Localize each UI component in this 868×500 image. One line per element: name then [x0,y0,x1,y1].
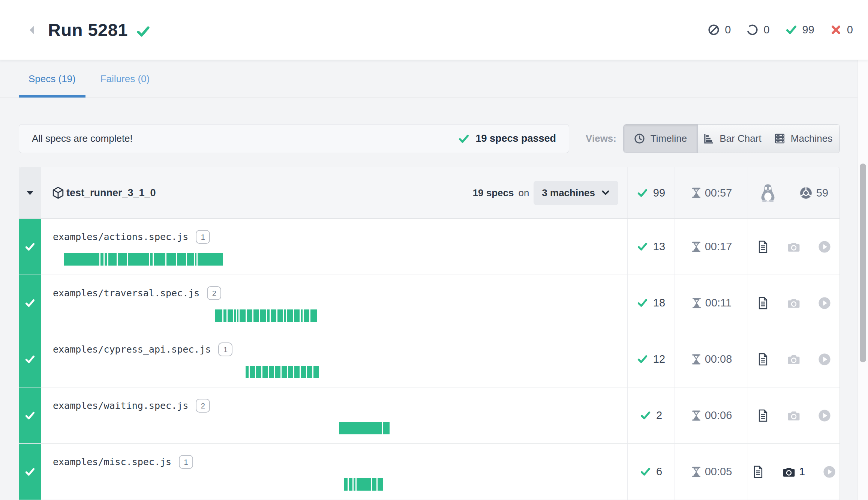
stdout-button[interactable] [757,409,769,422]
tab-bar: Specs (19) Failures (0) [0,60,868,98]
spec-filename: examples/cypress_api.spec.js [53,344,211,355]
check-icon [637,297,648,308]
stdout-button[interactable] [757,353,769,366]
check-icon [25,467,35,477]
spec-duration-cell: 00:11 [675,275,748,331]
group-duration: 00:57 [705,187,732,199]
bar-chart-view-button[interactable]: Bar Chart [697,125,767,153]
skipped-icon [708,24,720,36]
video-button[interactable] [818,409,831,422]
spec-artifacts-cell: 1 [748,444,840,500]
play-icon [818,409,831,422]
passed-icon [786,24,797,36]
play-icon [818,240,831,253]
check-icon [25,242,35,252]
video-button[interactable] [818,353,831,366]
screenshots-button[interactable] [787,297,800,309]
chevron-down-icon [601,188,610,197]
camera-icon [787,297,800,309]
spec-row: examples/waiting.spec.js 2 2 00:06 [19,387,840,444]
machine-badge: 2 [207,286,221,300]
spec-passed-count: 12 [653,353,665,365]
spec-row: examples/actions.spec.js 1 13 00:17 [19,219,840,275]
tab-failures[interactable]: Failures (0) [91,60,159,98]
camera-icon [787,240,800,253]
stdout-button[interactable] [757,240,769,253]
spec-status-gutter [19,331,41,387]
stdout-button[interactable] [752,465,765,478]
play-icon [818,297,831,309]
screenshots-button[interactable]: 1 [783,465,805,478]
spec-timeline [339,422,390,434]
back-chevron-icon[interactable] [25,24,38,36]
spec-filename: examples/waiting.spec.js [53,400,188,411]
video-button[interactable] [818,297,831,309]
group-browser-cell: 59 [788,167,840,218]
run-passed-check-icon [136,24,150,39]
check-icon [640,410,651,421]
spec-passed-count: 13 [653,240,665,253]
spec-passed-cell: 13 [627,219,675,275]
spec-row: examples/traversal.spec.js 2 18 00:11 [19,275,840,331]
spec-duration: 00:17 [705,240,732,253]
bar-chart-view-label: Bar Chart [720,133,761,144]
screenshots-button[interactable] [787,409,800,422]
video-button[interactable] [823,465,836,478]
spec-passed-cell: 12 [627,331,675,387]
hourglass-icon [691,241,702,252]
machines-dropdown-label: 3 machines [542,187,595,199]
spec-duration-cell: 00:06 [675,387,748,443]
machine-badge: 1 [196,230,210,244]
linux-icon [760,183,776,202]
screenshot-count: 1 [799,465,805,478]
failed-count: 0 [847,24,853,36]
scrollbar-thumb[interactable] [860,164,866,362]
document-icon [757,409,769,422]
document-icon [757,297,769,309]
spec-filename: examples/traversal.spec.js [53,288,199,299]
spec-passed-cell: 6 [627,444,675,500]
banner-passed-label: 19 specs passed [475,133,556,144]
stdout-button[interactable] [757,297,769,309]
check-icon [458,133,469,144]
spec-filename: examples/misc.spec.js [53,456,171,467]
tab-specs[interactable]: Specs (19) [19,60,85,98]
check-icon [637,354,648,365]
group-collapse-toggle[interactable] [19,167,41,218]
machines-dropdown[interactable]: 3 machines [534,181,618,205]
hourglass-icon [691,466,702,477]
skipped-count: 0 [725,24,731,36]
group-specs-count: 19 specs [473,187,514,199]
screenshots-button[interactable] [787,353,800,366]
machine-badge: 1 [179,455,193,469]
check-icon [25,298,35,308]
timeline-view-button[interactable]: Timeline [624,125,697,153]
spec-passed-count: 6 [656,465,662,478]
group-passed-count: 99 [653,187,665,199]
spec-artifacts-cell [748,331,840,387]
spec-passed-cell: 18 [627,275,675,331]
machine-badge: 1 [218,342,232,356]
hourglass-icon [691,297,702,309]
hourglass-icon [691,187,702,198]
check-icon [640,466,651,477]
machines-view-button[interactable]: Machines [767,125,840,153]
pending-icon [747,24,758,36]
clock-icon [634,133,645,144]
document-icon [757,240,769,253]
spec-artifacts-cell [748,387,840,443]
video-button[interactable] [818,240,831,253]
page-scrollbar [858,60,868,500]
complete-banner: All specs are complete! 19 specs passed [19,124,569,153]
spec-artifacts-cell [748,219,840,275]
spec-cell: examples/misc.spec.js 1 [41,444,627,500]
machines-view-label: Machines [791,133,832,144]
cube-icon [52,186,64,199]
screenshots-button[interactable] [787,240,800,253]
play-icon [823,465,836,478]
browser-version: 59 [816,187,828,199]
play-icon [818,353,831,366]
views-label: Views: [586,133,616,144]
spec-passed-count: 2 [656,409,662,422]
spec-duration-cell: 00:17 [675,219,748,275]
